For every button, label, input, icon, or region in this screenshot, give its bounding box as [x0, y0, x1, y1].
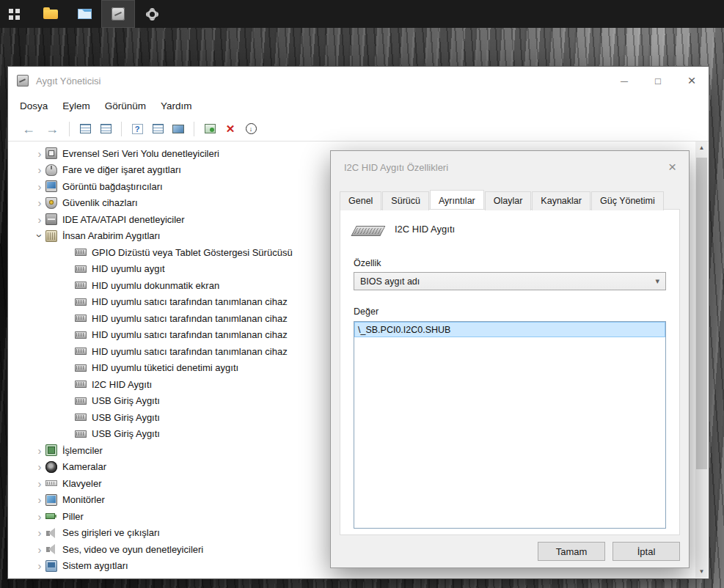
device-icon: [45, 180, 57, 192]
update-driver-button[interactable]: [201, 121, 219, 137]
device-icon: [45, 510, 57, 522]
tab-details[interactable]: Ayrıntılar: [430, 190, 484, 209]
device-icon: [45, 213, 57, 225]
scan-hardware-icon: ↓: [246, 123, 257, 134]
device-icon: [75, 312, 87, 324]
dialog-close-button[interactable]: ×: [656, 151, 689, 183]
property-dropdown[interactable]: BIOS aygıt adı ▾: [354, 272, 666, 290]
start-button[interactable]: [0, 0, 34, 28]
toolbar-separator: [69, 122, 70, 136]
device-list-button[interactable]: [149, 121, 167, 137]
scan-hardware-button[interactable]: ↓: [242, 121, 260, 137]
tree-item-label: Güvenlik cihazları: [62, 197, 138, 208]
cancel-button[interactable]: İptal: [613, 542, 680, 561]
tree-item-label: I2C HID Aygıtı: [92, 379, 152, 390]
chevron-icon[interactable]: [34, 494, 45, 505]
maximize-button[interactable]: [641, 67, 675, 95]
hid-device-icon: [351, 226, 385, 236]
tab-driver[interactable]: Sürücü: [382, 191, 429, 210]
tree-item-label: Fare ve diğer işaret aygıtları: [62, 164, 181, 175]
menu-bar: Dosya Eylem Görünüm Yardım: [8, 95, 709, 117]
device-header: I2C HID Aygıtı: [354, 221, 455, 236]
device-manager-taskbar-button[interactable]: [101, 0, 135, 28]
chevron-icon[interactable]: [34, 461, 45, 472]
tree-item-label: Evrensel Seri Veri Yolu denetleyicileri: [62, 148, 219, 159]
chevron-icon[interactable]: [34, 560, 45, 571]
device-icon: [45, 560, 57, 572]
tree-item-label: Klavyeler: [62, 478, 101, 489]
chevron-icon[interactable]: [34, 230, 45, 241]
tree-item-label: HID uyumlu satıcı tarafından tanımlanan …: [92, 329, 288, 340]
chevron-icon[interactable]: [34, 148, 45, 159]
help-button[interactable]: ?: [128, 121, 146, 137]
tree-item-label: USB Giriş Aygıtı: [92, 412, 160, 423]
chevron-down-icon: ▾: [655, 276, 659, 286]
device-manager-icon: [111, 7, 125, 21]
close-button[interactable]: [675, 67, 709, 95]
toolbar: ← → ? ✕ ↓: [8, 117, 709, 142]
device-manager-icon: [17, 75, 29, 87]
value-label: Değer: [354, 306, 379, 317]
selected-value-text: \_SB.PCI0.I2C0.SHUB: [358, 325, 450, 335]
tree-item-label: HID uyumlu tüketici denetimi aygıtı: [92, 362, 238, 373]
start-icon: [9, 9, 13, 13]
devices-by-type-button[interactable]: [76, 121, 94, 137]
tab-general[interactable]: Genel: [340, 191, 381, 210]
menu-action[interactable]: Eylem: [55, 97, 98, 115]
tree-item-label: Görüntü bağdaştırıcıları: [62, 181, 163, 192]
scrollbar-thumb[interactable]: [696, 158, 707, 469]
chevron-icon[interactable]: [34, 214, 45, 225]
remote-view-button[interactable]: [169, 121, 187, 137]
chevron-icon[interactable]: [34, 527, 45, 538]
window-title: Aygıt Yöneticisi: [36, 76, 100, 87]
device-icon: [75, 362, 87, 374]
device-icon: [75, 329, 87, 341]
scroll-down-arrow[interactable]: ▼: [695, 565, 708, 578]
toolbar-separator: [121, 122, 122, 136]
tree-item-label: IDE ATA/ATAPI denetleyiciler: [62, 214, 185, 225]
device-icon: [75, 279, 87, 291]
tab-power-management[interactable]: Güç Yönetimi: [591, 191, 664, 210]
settings-button[interactable]: [135, 0, 169, 28]
chevron-icon[interactable]: [34, 197, 45, 208]
menu-help[interactable]: Yardım: [153, 97, 200, 115]
tab-events[interactable]: Olaylar: [485, 191, 532, 210]
tree-item-label: HID uyumlu satıcı tarafından tanımlanan …: [92, 313, 288, 324]
tab-bar: Genel Sürücü Ayrıntılar Olaylar Kaynakla…: [331, 183, 689, 209]
window-titlebar[interactable]: Aygıt Yöneticisi: [8, 67, 709, 95]
device-icon: [45, 543, 57, 555]
properties-icon: [100, 124, 111, 133]
uninstall-device-button[interactable]: ✕: [222, 121, 239, 137]
chevron-icon[interactable]: [34, 164, 45, 175]
file-explorer-button[interactable]: [34, 0, 67, 28]
chevron-icon[interactable]: [34, 478, 45, 489]
chevron-icon[interactable]: [34, 181, 45, 192]
vertical-scrollbar[interactable]: ▲ ▼: [695, 142, 708, 578]
tree-item-label: Kameralar: [62, 461, 106, 472]
back-button[interactable]: ←: [17, 122, 40, 136]
tree-item-label: GPIO Dizüstü veya Tablet Göstergesi Sürü…: [92, 247, 293, 258]
menu-view[interactable]: Görünüm: [98, 97, 153, 115]
forward-button[interactable]: →: [40, 122, 64, 136]
minimize-button[interactable]: [607, 67, 641, 95]
device-icon: [45, 494, 57, 506]
device-icon: [45, 461, 57, 473]
properties-button[interactable]: [97, 121, 114, 137]
value-listbox[interactable]: \_SB.PCI0.I2C0.SHUB: [354, 321, 666, 529]
chevron-icon[interactable]: [34, 445, 45, 456]
device-icon: [45, 197, 57, 209]
selected-value-row[interactable]: \_SB.PCI0.I2C0.SHUB: [354, 322, 665, 337]
scroll-up-arrow[interactable]: ▲: [695, 142, 708, 154]
help-icon: ?: [132, 124, 143, 134]
dialog-titlebar[interactable]: I2C HID Aygıtı Özellikleri: [331, 151, 689, 183]
toolbar-separator: [194, 122, 194, 136]
mail-button[interactable]: [67, 0, 101, 28]
menu-file[interactable]: Dosya: [12, 97, 55, 115]
tree-item-label: HID uyumlu satıcı tarafından tanımlanan …: [92, 296, 288, 307]
chevron-icon[interactable]: [34, 511, 45, 522]
tree-item-label: HID uyumlu dokunmatik ekran: [92, 280, 219, 291]
tab-resources[interactable]: Kaynaklar: [532, 191, 590, 210]
ok-button[interactable]: Tamam: [538, 542, 605, 561]
chevron-icon[interactable]: [34, 544, 45, 555]
device-icon: [45, 147, 57, 159]
